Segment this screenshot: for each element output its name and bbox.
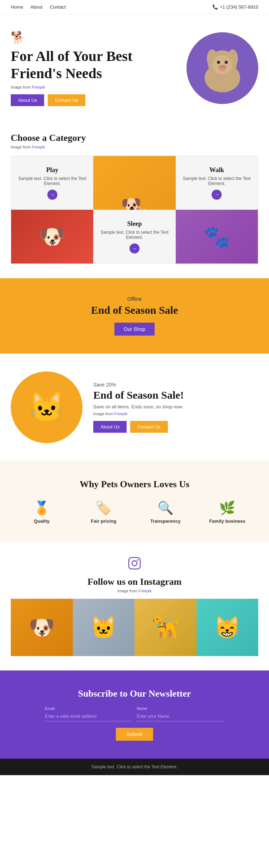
sale-sub: Save 20% [93, 382, 258, 388]
walk-arrow[interactable]: → [212, 190, 222, 200]
sale-banner-section: Offline End of Season Sale Our Shop [0, 278, 269, 354]
category-sleep: Sleep Sample text. Click to select the T… [93, 210, 175, 264]
transparency-label: Transparency [150, 518, 181, 524]
svg-point-7 [225, 61, 228, 64]
instagram-image-3[interactable]: 🦮 [134, 599, 197, 656]
why-grid: 🏅 Quality 🏷️ Fair pricing 🔍 Transparency… [11, 501, 258, 524]
name-field-wrap: Name [137, 706, 224, 721]
nav-contact[interactable]: Contact [50, 4, 66, 10]
category-golden-image: 🐾 [176, 210, 258, 264]
newsletter-title: Subscribe to Our Newsletter [11, 688, 258, 699]
email-label: Email [45, 706, 132, 711]
phone-icon: 📞 [212, 4, 218, 10]
sale-main-title: End of Season Sale! [93, 389, 258, 401]
nav-home[interactable]: Home [11, 4, 23, 10]
play-title: Play [46, 166, 58, 174]
hero-contact-button[interactable]: Contact Us [48, 94, 85, 106]
instagram-image-2[interactable]: 🐱 [73, 599, 135, 656]
instagram-credit-link[interactable]: Freepik [138, 589, 152, 593]
category-bulldog-image: 🐶 [11, 210, 93, 264]
hero-credit: Image from Freepik [11, 85, 179, 89]
instagram-grid: 🐶 🐱 🦮 😸 [11, 599, 258, 656]
hero-dog-image [187, 32, 258, 104]
hero-content: 🐕 For All of Your Best Friend's Needs Im… [11, 30, 179, 106]
category-title: Choose a Category [11, 133, 258, 143]
sleep-text: Sample text. Click to select the Text El… [99, 230, 170, 240]
fair-pricing-icon: 🏷️ [95, 501, 112, 516]
sale-detail-content: Save 20% End of Season Sale! Save on all… [93, 382, 258, 433]
svg-point-6 [217, 61, 220, 64]
phone-number: 📞 +1 (234) 567-8910 [212, 4, 258, 10]
svg-point-12 [137, 559, 138, 561]
why-family-business: 🌿 Family business [202, 501, 253, 524]
newsletter-section: Subscribe to Our Newsletter Email Name S… [0, 670, 269, 759]
play-arrow[interactable]: → [47, 190, 57, 200]
sale-detail-section: 🐱 Save 20% End of Season Sale! Save on a… [0, 354, 269, 461]
nav-links: Home About Contact [11, 4, 66, 10]
submit-button[interactable]: Submit [116, 728, 153, 741]
instagram-title: Follow us on Instagram [11, 577, 258, 587]
hero-icon: 🐕 [11, 30, 179, 44]
sale-label: Offline [11, 296, 258, 302]
why-section: Why Pets Owners Loves Us 🏅 Quality 🏷️ Fa… [0, 461, 269, 542]
newsletter-form: Email Name Submit [45, 706, 224, 741]
category-grid: Play Sample text. Click to select the Te… [11, 156, 258, 264]
quality-label: Quality [34, 518, 49, 524]
category-credit-link[interactable]: Freepik [32, 145, 45, 149]
bulldog-emoji: 🐶 [39, 224, 66, 250]
golden-emoji: 🐾 [203, 224, 230, 250]
sale-credit: Image from Freepik [93, 412, 258, 416]
category-section: Choose a Category Image from Freepik Pla… [0, 118, 269, 278]
sale-buttons: About Us Contact Us [93, 421, 258, 433]
category-credit: Image from Freepik [11, 145, 258, 149]
instagram-image-4[interactable]: 😸 [197, 599, 259, 656]
sale-cat-image: 🐱 [11, 371, 82, 443]
sale-credit-link[interactable]: Freepik [114, 412, 128, 416]
why-fair-pricing: 🏷️ Fair pricing [79, 501, 129, 524]
why-transparency: 🔍 Transparency [140, 501, 190, 524]
hero-about-button[interactable]: About Us [11, 94, 44, 106]
why-title: Why Pets Owners Loves Us [11, 479, 258, 490]
hero-title: For All of Your Best Friend's Needs [11, 48, 179, 82]
nav-about[interactable]: About [30, 4, 43, 10]
hero-section: 🐕 For All of Your Best Friend's Needs Im… [0, 14, 269, 118]
family-business-label: Family business [209, 518, 245, 524]
sale-contact-button[interactable]: Contact Us [130, 421, 167, 433]
why-quality: 🏅 Quality [16, 501, 67, 524]
cat-emoji: 🐱 [29, 390, 65, 424]
instagram-section: Follow us on Instagram Image from Freepi… [0, 542, 269, 670]
hero-credit-link[interactable]: Freepik [32, 85, 45, 89]
walk-title: Walk [209, 166, 224, 174]
transparency-icon: 🔍 [157, 501, 174, 516]
submit-wrap: Submit [45, 726, 224, 741]
svg-point-11 [132, 561, 137, 566]
quality-icon: 🏅 [34, 501, 50, 516]
instagram-image-1[interactable]: 🐶 [11, 599, 73, 656]
fair-pricing-label: Fair pricing [91, 518, 116, 524]
sleep-title: Sleep [127, 220, 142, 228]
sale-about-button[interactable]: About Us [93, 421, 127, 433]
footer-text: Sample text. Click to select the Text El… [11, 764, 258, 769]
category-walk: Walk Sample text. Click to select the Te… [176, 156, 258, 210]
name-input[interactable] [137, 712, 224, 721]
sale-desc: Save on all items. Ends soon, so shop no… [93, 404, 258, 409]
name-label: Name [137, 706, 224, 711]
svg-rect-10 [129, 558, 140, 569]
our-shop-button[interactable]: Our Shop [114, 323, 155, 336]
email-input[interactable] [45, 712, 132, 721]
footer: Sample text. Click to select the Text El… [0, 759, 269, 775]
play-text: Sample text. Click to select the Text El… [17, 176, 88, 186]
family-business-icon: 🌿 [219, 501, 235, 516]
sleep-arrow[interactable]: → [129, 243, 140, 253]
walk-text: Sample text. Click to select the Text El… [181, 176, 252, 186]
hero-buttons: About Us Contact Us [11, 94, 179, 106]
sale-banner-title: End of Season Sale [11, 304, 258, 316]
instagram-icon [11, 556, 258, 574]
newsletter-row: Email Name [45, 706, 224, 721]
email-field-wrap: Email [45, 706, 132, 721]
hero-image [179, 29, 258, 108]
category-play: Play Sample text. Click to select the Te… [11, 156, 93, 210]
navigation: Home About Contact 📞 +1 (234) 567-8910 [0, 0, 269, 14]
instagram-credit: Image from Freepik [11, 589, 258, 593]
svg-point-9 [220, 68, 225, 71]
